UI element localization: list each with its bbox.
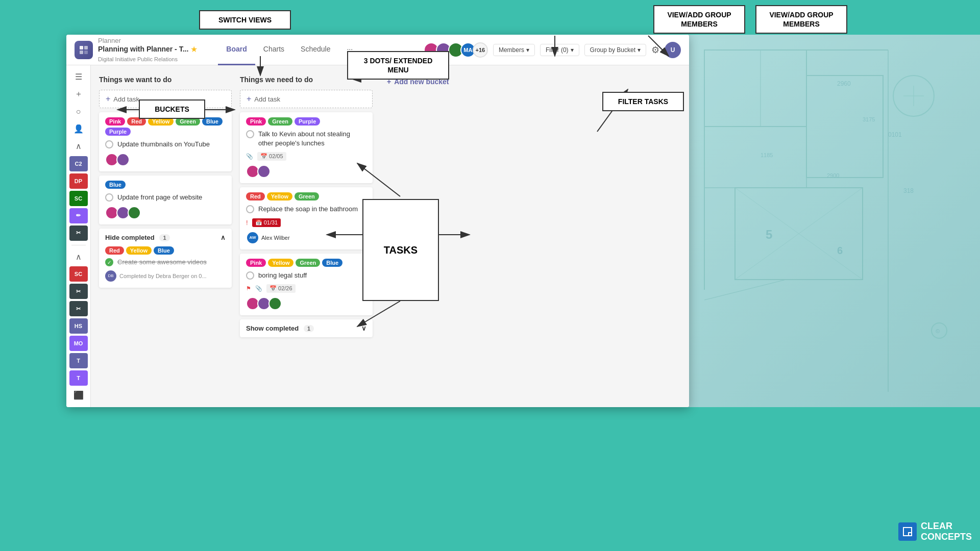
show-completed-button[interactable]: Show completed 1 ∨ — [240, 319, 373, 337]
task-5-flag-icon: ⚑ — [246, 285, 251, 292]
task-5-checkbox[interactable] — [246, 271, 254, 280]
sidebar-add[interactable]: ＋ — [69, 87, 88, 102]
task-4-title-row: Replace the soap in the bathroom — [246, 205, 366, 214]
label-pink: Pink — [105, 117, 125, 126]
completed-count: 1 — [159, 234, 169, 241]
task-3-title-row: Talk to Kevin about not stealing other p… — [246, 130, 366, 148]
star-icon[interactable]: ★ — [190, 44, 198, 54]
t5-label-yellow: Yellow — [268, 259, 293, 267]
sidebar-tablet[interactable]: ⬛ — [69, 388, 88, 403]
tab-board[interactable]: Board — [218, 35, 255, 65]
app-title: Planner — [98, 37, 121, 44]
task-card-1[interactable]: Pink Red Yellow Green Blue Purple Update… — [99, 112, 232, 171]
task-3-attachment-icon: 📎 — [246, 153, 253, 160]
sidebar-item-mo[interactable]: MO — [69, 336, 88, 351]
group-by-button[interactable]: Group by Bucket ▾ — [584, 44, 646, 56]
callout-3dots-text: 3 DOTS/ EXTENDED MENU — [364, 57, 433, 74]
task-card-2[interactable]: Blue Update front page of website — [99, 176, 232, 224]
members-button[interactable]: Members ▾ — [493, 44, 535, 56]
callout-buckets: BUCKETS — [139, 99, 205, 119]
sidebar-collapse-1[interactable]: ∧ — [69, 139, 88, 154]
sidebar-item-sc[interactable]: SC — [69, 191, 88, 206]
bucket-2-add-task[interactable]: + Add task — [240, 90, 373, 108]
bucket-1: Things we want to do + Add task Pink Red… — [99, 73, 232, 399]
task-3-title: Talk to Kevin about not stealing other p… — [258, 130, 366, 148]
task-5-avatar-3 — [268, 297, 282, 310]
callout-switch-views-text: SWITCH VIEWS — [218, 16, 272, 24]
sidebar-item-t2[interactable]: T — [69, 370, 88, 386]
task-4-meta: ! 📅 01/31 — [246, 218, 366, 227]
task-1-title: Update thumbnails on YouTube — [117, 140, 210, 149]
t4-label-green: Green — [295, 192, 319, 201]
sidebar-item-sc2[interactable]: SC — [69, 266, 88, 282]
task-3-meta: 📎 📅 02/05 — [246, 152, 366, 161]
task-3-checkbox[interactable] — [246, 130, 254, 138]
task-5-attachment-icon: 📎 — [255, 285, 262, 292]
completed-collapse-icon[interactable]: ∧ — [220, 234, 226, 241]
gear-icon[interactable]: ⚙ — [651, 44, 659, 56]
blueprint-background: 5 6 2960 0101 1185 2900 3175 318 © — [684, 35, 980, 407]
filter-button[interactable]: Filter (0) ▾ — [540, 44, 579, 56]
completed-by-text: Completed by Debra Berger on 0... — [119, 273, 207, 279]
sidebar-item-x2[interactable]: ✂ — [69, 301, 88, 316]
tab-charts[interactable]: Charts — [255, 35, 292, 65]
sidebar-item-dp[interactable]: DP — [69, 173, 88, 189]
sidebar-hamburger[interactable]: ☰ — [69, 69, 88, 85]
callout-view-add-2-text: VIEW/ADD GROUP MEMBERS — [769, 11, 833, 28]
label-purple: Purple — [105, 128, 131, 136]
sidebar-item-c2[interactable]: C2 — [69, 156, 88, 171]
svg-rect-25 — [84, 46, 88, 49]
sidebar-item-hs[interactable]: HS — [69, 318, 88, 334]
sidebar-item-t1[interactable]: T — [69, 353, 88, 368]
project-title: Planning with Planner - T... — [98, 45, 188, 53]
svg-text:318: 318 — [903, 187, 914, 194]
task-3-avatar-2 — [257, 165, 271, 178]
add-task-label-2: Add task — [254, 95, 280, 103]
task-4-checkbox[interactable] — [246, 205, 254, 213]
svg-text:2960: 2960 — [837, 80, 851, 87]
task-card-3[interactable]: Pink Green Purple Talk to Kevin about no… — [240, 112, 373, 183]
sidebar-collapse-2[interactable]: ∧ — [69, 249, 88, 264]
completed-header[interactable]: Hide completed 1 ∧ — [99, 229, 232, 246]
svg-rect-26 — [80, 51, 83, 54]
sidebar: ☰ ＋ ○ 👤 ∧ C2 DP SC ✏ ✂ ∧ SC ✂ ✂ HS MO T … — [66, 65, 91, 407]
callout-view-add-1-text: VIEW/ADD GROUP MEMBERS — [667, 11, 731, 28]
label-blue-2: Blue — [105, 181, 126, 189]
task-5-date: 📅 02/26 — [266, 284, 296, 293]
sidebar-item-scissors[interactable]: ✂ — [69, 226, 88, 241]
group-by-chevron: ▾ — [638, 46, 641, 54]
avatar-count[interactable]: +16 — [473, 42, 488, 58]
task-4-avatar-1: AW — [246, 231, 259, 244]
user-avatar[interactable]: U — [665, 42, 681, 58]
task-2-assignees — [105, 206, 226, 219]
task-card-4[interactable]: Red Yellow Green Replace the soap in the… — [240, 187, 373, 249]
sidebar-item-x1[interactable]: ✂ — [69, 284, 88, 299]
t5-label-blue: Blue — [322, 259, 342, 267]
brand-line-1: CLEAR — [921, 521, 972, 532]
task-2-labels: Blue — [105, 181, 226, 189]
svg-line-12 — [704, 280, 786, 300]
task-4-date-overdue: 📅 01/31 — [252, 218, 281, 227]
svg-text:6: 6 — [837, 245, 843, 256]
app-icon — [75, 41, 93, 59]
t3-label-purple: Purple — [295, 117, 320, 126]
task-1-checkbox[interactable] — [105, 140, 113, 148]
sidebar-item-pen[interactable]: ✏ — [69, 208, 88, 223]
show-completed-chevron[interactable]: ∨ — [361, 324, 366, 332]
svg-rect-1 — [761, 50, 806, 127]
sidebar-person[interactable]: 👤 — [69, 121, 88, 137]
task-2-checkbox[interactable] — [105, 193, 113, 202]
task-2-avatar-3 — [128, 206, 141, 219]
task-1-avatar-2 — [116, 153, 130, 166]
svg-rect-3 — [704, 127, 806, 188]
bucket-1-header: Things we want to do — [99, 73, 232, 86]
callout-3dots: 3 DOTS/ EXTENDED MENU — [347, 51, 449, 80]
task-5-title: boring legal stuff — [258, 271, 307, 280]
sidebar-circle[interactable]: ○ — [69, 104, 88, 119]
task-5-labels: Pink Yellow Green Blue — [246, 259, 366, 267]
task-card-5[interactable]: Pink Yellow Green Blue boring legal stuf… — [240, 254, 373, 315]
task-1-title-row: Update thumbnails on YouTube — [105, 140, 226, 149]
callout-tasks-text: TASKS — [384, 243, 418, 257]
tab-schedule[interactable]: Schedule — [292, 35, 338, 65]
completed-task-1-checkbox[interactable]: ✓ — [105, 258, 113, 266]
